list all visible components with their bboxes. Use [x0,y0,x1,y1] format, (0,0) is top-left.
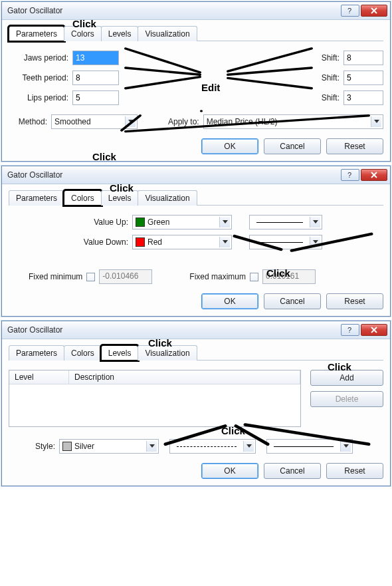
style-width-select[interactable] [266,439,353,454]
reset-button[interactable]: Reset [326,463,383,479]
svg-text:?: ? [347,326,351,334]
fixedmax-checkbox[interactable] [250,273,258,281]
delete-button[interactable]: Delete [310,391,383,407]
chevron-down-icon [243,441,254,452]
tab-colors[interactable]: Colors [64,345,102,361]
close-button[interactable] [361,324,387,336]
dialog-title: Gator Oscillator [7,170,340,180]
chevron-down-icon [371,116,381,127]
jaws-input[interactable] [72,51,119,65]
reset-button[interactable]: Reset [326,138,383,154]
shift-teeth-input[interactable] [343,71,383,85]
color-swatch-icon [136,218,145,227]
tab-levels[interactable]: Levels [101,190,139,206]
lips-input[interactable] [72,90,119,105]
cancel-button[interactable]: Cancel [264,293,321,309]
tab-strip: Parameters Colors Levels Visualization [9,345,383,361]
list-header: Level Description [9,370,300,384]
fixedmax-value: 0.010161 [262,269,316,284]
col-level[interactable]: Level [9,370,69,384]
method-label: Method: [9,117,47,126]
chevron-down-icon [310,217,320,227]
style-color-select[interactable]: Silver [59,439,159,454]
teeth-label: Teeth period: [9,73,68,82]
titlebar[interactable]: Gator Oscillator ? [2,166,390,184]
applyto-select[interactable]: Median Price (HL/2) [203,114,383,129]
tab-parameters[interactable]: Parameters [9,345,64,361]
tab-visualization[interactable]: Visualization [138,345,197,361]
style-label: Style: [9,442,55,451]
chevron-down-icon [219,237,230,247]
color-swatch-icon [136,237,145,247]
tab-parameters[interactable]: Parameters [9,26,64,41]
valuedown-color-select[interactable]: Red [132,235,232,249]
ok-button[interactable]: OK [201,138,258,154]
chevron-down-icon [310,237,320,247]
line-sample-icon [274,446,334,447]
valueup-label: Value Up: [75,218,128,227]
shift-teeth-label: Shift: [322,73,340,82]
svg-text:?: ? [347,171,351,179]
tab-colors[interactable]: Colors [64,190,102,206]
ok-button[interactable]: OK [201,463,258,479]
help-button[interactable]: ? [341,324,359,336]
tab-levels[interactable]: Levels [101,26,139,41]
dialog-title: Gator Oscillator [7,325,340,335]
shift-jaws-label: Shift: [322,53,340,63]
titlebar[interactable]: Gator Oscillator ? [2,321,390,339]
applyto-label: Apply to: [168,117,199,126]
chevron-down-icon [340,441,351,452]
method-value: Smoothed [54,117,91,126]
col-description[interactable]: Description [69,370,300,384]
lips-label: Lips period: [9,93,68,102]
method-select[interactable]: Smoothed [51,114,138,129]
shift-jaws-input[interactable] [343,51,383,65]
valueup-color-name: Green [147,218,169,227]
help-button[interactable]: ? [341,169,359,181]
line-sample-icon [256,222,303,223]
tab-levels[interactable]: Levels [101,345,139,361]
fixedmin-checkbox[interactable] [86,273,95,281]
dialog-levels: Gator Oscillator ? Parameters Colors Lev… [1,321,391,486]
teeth-input[interactable] [72,71,119,85]
style-line-select[interactable] [169,439,256,454]
close-button[interactable] [361,5,387,17]
valuedown-label: Value Down: [75,237,128,247]
fixedmin-value: -0.010466 [99,269,152,284]
tab-strip: Parameters Colors Levels Visualization [9,190,383,206]
cancel-button[interactable]: Cancel [264,138,321,154]
chevron-down-icon [146,441,157,452]
chevron-down-icon [125,116,136,127]
tab-colors[interactable]: Colors [64,26,102,41]
tab-strip: Parameters Colors Levels Visualization [9,25,383,41]
jaws-label: Jaws period: [9,53,68,63]
fixedmax-label: Fixed maximum [189,272,246,281]
reset-button[interactable]: Reset [326,293,383,309]
add-button[interactable]: Add [310,370,383,386]
titlebar[interactable]: Gator Oscillator ? [2,2,390,20]
shift-lips-input[interactable] [343,90,383,105]
valueup-line-select[interactable] [249,215,322,229]
shift-lips-label: Shift: [322,93,340,102]
close-button[interactable] [361,169,387,181]
tab-parameters[interactable]: Parameters [9,190,64,206]
valueup-color-select[interactable]: Green [132,215,232,229]
dialog-colors: Gator Oscillator ? Parameters Colors Lev… [1,166,391,317]
valuedown-line-select[interactable] [249,235,322,249]
line-sample-icon [177,446,237,447]
tab-visualization[interactable]: Visualization [138,190,197,206]
dialog-title: Gator Oscillator [7,6,340,15]
svg-text:?: ? [347,7,351,15]
tab-visualization[interactable]: Visualization [138,26,197,41]
valuedown-color-name: Red [147,237,162,247]
chevron-down-icon [219,217,230,227]
fixedmin-label: Fixed minimum [29,272,82,281]
color-swatch-icon [62,442,72,451]
cancel-button[interactable]: Cancel [264,463,321,479]
levels-listbox[interactable]: Level Description [9,370,301,427]
ok-button[interactable]: OK [201,293,258,309]
dialog-parameters: Gator Oscillator ? Parameters Colors Lev… [1,1,391,162]
help-button[interactable]: ? [341,5,359,17]
style-color-name: Silver [74,442,94,451]
line-sample-icon [256,242,303,243]
